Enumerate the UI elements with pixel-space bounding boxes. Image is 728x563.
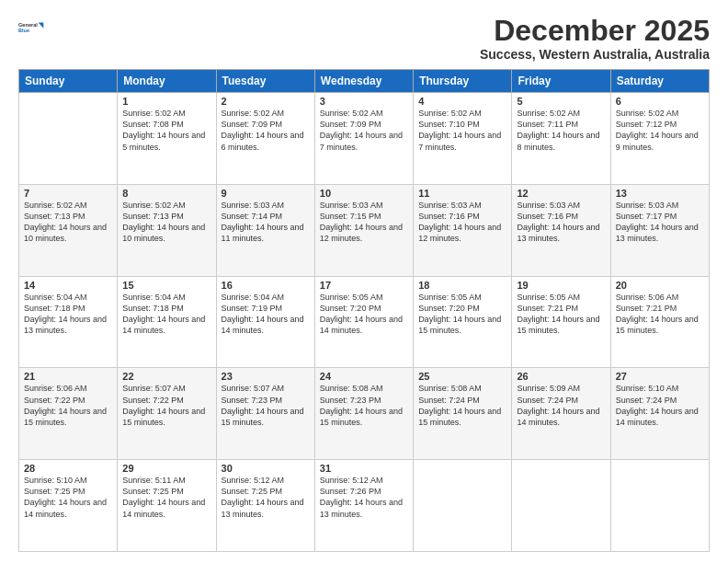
- calendar-cell: 13Sunrise: 5:03 AMSunset: 7:17 PMDayligh…: [610, 184, 709, 276]
- day-info: Sunrise: 5:10 AMSunset: 7:24 PMDaylight:…: [616, 383, 704, 428]
- calendar-cell: 16Sunrise: 5:04 AMSunset: 7:19 PMDayligh…: [216, 276, 314, 368]
- month-title: December 2025: [480, 15, 710, 47]
- day-info: Sunrise: 5:02 AMSunset: 7:11 PMDaylight:…: [517, 108, 605, 153]
- weekday-header-row: SundayMondayTuesdayWednesdayThursdayFrid…: [19, 70, 710, 93]
- calendar-cell: 25Sunrise: 5:08 AMSunset: 7:24 PMDayligh…: [414, 368, 512, 460]
- logo: GeneralBlue: [18, 15, 44, 40]
- day-number: 28: [24, 463, 112, 474]
- day-info: Sunrise: 5:03 AMSunset: 7:14 PMDaylight:…: [222, 200, 310, 245]
- day-number: 21: [24, 371, 112, 382]
- day-info: Sunrise: 5:05 AMSunset: 7:20 PMDaylight:…: [418, 292, 506, 337]
- day-number: 27: [616, 371, 704, 382]
- calendar: SundayMondayTuesdayWednesdayThursdayFrid…: [18, 69, 710, 552]
- calendar-cell: [610, 460, 709, 552]
- calendar-cell: 5Sunrise: 5:02 AMSunset: 7:11 PMDaylight…: [512, 93, 610, 185]
- calendar-cell: 31Sunrise: 5:12 AMSunset: 7:26 PMDayligh…: [314, 460, 413, 552]
- day-info: Sunrise: 5:02 AMSunset: 7:09 PMDaylight:…: [320, 108, 408, 153]
- day-number: 14: [24, 280, 112, 291]
- calendar-cell: 29Sunrise: 5:11 AMSunset: 7:25 PMDayligh…: [118, 460, 216, 552]
- calendar-cell: 6Sunrise: 5:02 AMSunset: 7:12 PMDaylight…: [610, 93, 709, 185]
- day-info: Sunrise: 5:02 AMSunset: 7:10 PMDaylight:…: [418, 108, 506, 153]
- day-info: Sunrise: 5:03 AMSunset: 7:16 PMDaylight:…: [418, 200, 506, 245]
- day-info: Sunrise: 5:04 AMSunset: 7:19 PMDaylight:…: [222, 292, 310, 337]
- calendar-cell: 22Sunrise: 5:07 AMSunset: 7:22 PMDayligh…: [118, 368, 216, 460]
- calendar-body: 1Sunrise: 5:02 AMSunset: 7:08 PMDaylight…: [19, 93, 710, 552]
- calendar-cell: 4Sunrise: 5:02 AMSunset: 7:10 PMDaylight…: [414, 93, 512, 185]
- day-number: 18: [418, 280, 506, 291]
- calendar-cell: 8Sunrise: 5:02 AMSunset: 7:13 PMDaylight…: [118, 184, 216, 276]
- calendar-cell: 23Sunrise: 5:07 AMSunset: 7:23 PMDayligh…: [216, 368, 314, 460]
- svg-text:General: General: [18, 22, 38, 28]
- calendar-cell: 28Sunrise: 5:10 AMSunset: 7:25 PMDayligh…: [19, 460, 118, 552]
- day-number: 5: [517, 96, 605, 107]
- calendar-cell: 7Sunrise: 5:02 AMSunset: 7:13 PMDaylight…: [19, 184, 118, 276]
- calendar-cell: 9Sunrise: 5:03 AMSunset: 7:14 PMDaylight…: [216, 184, 314, 276]
- day-number: 31: [320, 463, 408, 474]
- day-number: 3: [320, 96, 408, 107]
- logo-icon: GeneralBlue: [18, 15, 44, 40]
- weekday-header-cell: Sunday: [19, 70, 118, 93]
- calendar-cell: 3Sunrise: 5:02 AMSunset: 7:09 PMDaylight…: [314, 93, 413, 185]
- day-number: 1: [122, 96, 210, 107]
- location: Success, Western Australia, Australia: [480, 47, 710, 62]
- day-info: Sunrise: 5:08 AMSunset: 7:23 PMDaylight:…: [320, 383, 408, 428]
- calendar-cell: [19, 93, 118, 185]
- svg-marker-2: [39, 22, 44, 28]
- calendar-cell: 15Sunrise: 5:04 AMSunset: 7:18 PMDayligh…: [118, 276, 216, 368]
- weekday-header-cell: Tuesday: [216, 70, 314, 93]
- calendar-cell: 21Sunrise: 5:06 AMSunset: 7:22 PMDayligh…: [19, 368, 118, 460]
- calendar-cell: 20Sunrise: 5:06 AMSunset: 7:21 PMDayligh…: [610, 276, 709, 368]
- calendar-week-row: 7Sunrise: 5:02 AMSunset: 7:13 PMDaylight…: [19, 184, 710, 276]
- day-number: 10: [320, 188, 408, 199]
- calendar-cell: 17Sunrise: 5:05 AMSunset: 7:20 PMDayligh…: [314, 276, 413, 368]
- calendar-cell: 26Sunrise: 5:09 AMSunset: 7:24 PMDayligh…: [512, 368, 610, 460]
- day-info: Sunrise: 5:10 AMSunset: 7:25 PMDaylight:…: [24, 475, 112, 520]
- day-info: Sunrise: 5:03 AMSunset: 7:17 PMDaylight:…: [616, 200, 704, 245]
- day-info: Sunrise: 5:12 AMSunset: 7:26 PMDaylight:…: [320, 475, 408, 520]
- calendar-week-row: 14Sunrise: 5:04 AMSunset: 7:18 PMDayligh…: [19, 276, 710, 368]
- day-number: 25: [418, 371, 506, 382]
- day-info: Sunrise: 5:12 AMSunset: 7:25 PMDaylight:…: [222, 475, 310, 520]
- calendar-cell: 10Sunrise: 5:03 AMSunset: 7:15 PMDayligh…: [314, 184, 413, 276]
- day-info: Sunrise: 5:02 AMSunset: 7:12 PMDaylight:…: [616, 108, 704, 153]
- calendar-cell: 12Sunrise: 5:03 AMSunset: 7:16 PMDayligh…: [512, 184, 610, 276]
- calendar-week-row: 1Sunrise: 5:02 AMSunset: 7:08 PMDaylight…: [19, 93, 710, 185]
- day-info: Sunrise: 5:05 AMSunset: 7:20 PMDaylight:…: [320, 292, 408, 337]
- day-number: 13: [616, 188, 704, 199]
- day-info: Sunrise: 5:05 AMSunset: 7:21 PMDaylight:…: [517, 292, 605, 337]
- weekday-header-cell: Saturday: [610, 70, 709, 93]
- day-info: Sunrise: 5:06 AMSunset: 7:21 PMDaylight:…: [616, 292, 704, 337]
- calendar-cell: 11Sunrise: 5:03 AMSunset: 7:16 PMDayligh…: [414, 184, 512, 276]
- calendar-week-row: 21Sunrise: 5:06 AMSunset: 7:22 PMDayligh…: [19, 368, 710, 460]
- day-info: Sunrise: 5:02 AMSunset: 7:09 PMDaylight:…: [222, 108, 310, 153]
- day-info: Sunrise: 5:03 AMSunset: 7:15 PMDaylight:…: [320, 200, 408, 245]
- header: GeneralBlue December 2025 Success, Weste…: [18, 15, 710, 62]
- day-info: Sunrise: 5:07 AMSunset: 7:23 PMDaylight:…: [222, 383, 310, 428]
- day-number: 8: [122, 188, 210, 199]
- day-number: 24: [320, 371, 408, 382]
- calendar-cell: 14Sunrise: 5:04 AMSunset: 7:18 PMDayligh…: [19, 276, 118, 368]
- day-info: Sunrise: 5:02 AMSunset: 7:13 PMDaylight:…: [122, 200, 210, 245]
- day-number: 29: [122, 463, 210, 474]
- calendar-cell: [512, 460, 610, 552]
- title-block: December 2025 Success, Western Australia…: [480, 15, 710, 62]
- calendar-cell: [414, 460, 512, 552]
- day-info: Sunrise: 5:06 AMSunset: 7:22 PMDaylight:…: [24, 383, 112, 428]
- calendar-week-row: 28Sunrise: 5:10 AMSunset: 7:25 PMDayligh…: [19, 460, 710, 552]
- day-info: Sunrise: 5:09 AMSunset: 7:24 PMDaylight:…: [517, 383, 605, 428]
- day-number: 6: [616, 96, 704, 107]
- day-info: Sunrise: 5:08 AMSunset: 7:24 PMDaylight:…: [418, 383, 506, 428]
- page: GeneralBlue December 2025 Success, Weste…: [0, 0, 728, 563]
- day-number: 26: [517, 371, 605, 382]
- calendar-cell: 1Sunrise: 5:02 AMSunset: 7:08 PMDaylight…: [118, 93, 216, 185]
- day-number: 19: [517, 280, 605, 291]
- day-info: Sunrise: 5:03 AMSunset: 7:16 PMDaylight:…: [517, 200, 605, 245]
- weekday-header-cell: Friday: [512, 70, 610, 93]
- weekday-header-cell: Wednesday: [314, 70, 413, 93]
- day-info: Sunrise: 5:02 AMSunset: 7:08 PMDaylight:…: [122, 108, 210, 153]
- day-number: 2: [222, 96, 310, 107]
- day-number: 9: [222, 188, 310, 199]
- calendar-cell: 2Sunrise: 5:02 AMSunset: 7:09 PMDaylight…: [216, 93, 314, 185]
- day-number: 11: [418, 188, 506, 199]
- weekday-header-cell: Thursday: [414, 70, 512, 93]
